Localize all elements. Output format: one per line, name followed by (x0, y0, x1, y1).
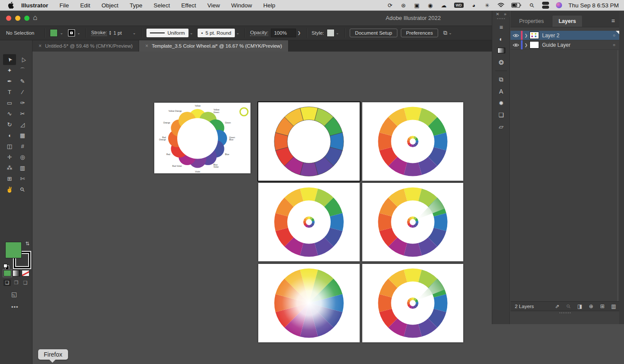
close-window-button[interactable] (6, 16, 11, 21)
creative-cloud-icon[interactable]: ◕ (471, 2, 477, 9)
arrange-documents-icon[interactable]: ⧉ (443, 29, 447, 36)
battery-icon[interactable] (511, 3, 522, 8)
pen-tool[interactable]: ✒ (3, 76, 16, 87)
chevron-down-icon[interactable]: ⌄ (58, 31, 65, 35)
artboard-tool[interactable]: ⊞ (3, 173, 16, 184)
expand-layer-icon[interactable]: ❯ (523, 43, 530, 47)
stroke-swatch[interactable] (68, 29, 75, 36)
paintbrush-tool[interactable]: ✑ (16, 98, 29, 108)
chevron-down-icon[interactable]: ⌄ (335, 31, 341, 35)
minimize-window-button[interactable] (15, 16, 20, 21)
wifi-icon[interactable] (497, 3, 504, 8)
chevron-down-icon[interactable]: ⌄ (76, 31, 82, 35)
expand-layer-icon[interactable]: ❯ (523, 33, 530, 38)
menu-help[interactable]: Help (257, 2, 281, 9)
document-tab-1[interactable]: ×Untitled-5* @ 59.48 % (CMYK/Preview) (32, 40, 139, 52)
properties-panel-icon[interactable]: ≡ (492, 21, 510, 33)
display-icon[interactable]: ▣ (414, 2, 420, 9)
width-profile-dropdown[interactable]: Uniform (146, 29, 188, 37)
lock-icon[interactable]: ⊛ (400, 2, 407, 9)
none-button[interactable] (22, 270, 29, 276)
chevron-down-icon[interactable]: ⌄ (447, 31, 453, 35)
menu-illustrator[interactable]: Illustrator (16, 2, 54, 9)
type-tool[interactable]: T (3, 87, 16, 98)
menu-window[interactable]: Window (225, 2, 257, 9)
graphic-styles-panel-icon[interactable]: ❏ (492, 109, 510, 120)
preferences-button[interactable]: Preferences (401, 29, 438, 37)
artboard-2[interactable] (258, 102, 360, 181)
direct-selection-tool[interactable]: ▷ (16, 54, 29, 65)
symbol-sprayer-tool[interactable]: ⁂ (3, 162, 16, 173)
color-panel-icon[interactable]: ◐ (492, 33, 510, 45)
siri-icon[interactable] (556, 2, 562, 8)
draw-normal-icon[interactable]: ❏ (3, 280, 11, 286)
artboard-1[interactable]: YellowYellowGreenGreenGreenBlueBlueBlueV… (154, 103, 250, 173)
panel-menu-icon[interactable]: ≡ (611, 17, 615, 24)
fill-color-control[interactable]: ⌄ (50, 29, 65, 37)
record-icon[interactable]: ◉ (427, 2, 434, 9)
menu-view[interactable]: View (202, 2, 225, 9)
menu-object[interactable]: Object (96, 2, 124, 9)
zoom-window-button[interactable] (24, 16, 29, 21)
eyedropper-tool[interactable]: ✛ (3, 152, 16, 162)
opacity-field[interactable]: 100% (271, 29, 296, 37)
stroke-color-control[interactable]: ⌄ (68, 29, 82, 36)
menu-file[interactable]: File (54, 2, 75, 9)
lasso-tool[interactable]: ⌒ (16, 65, 29, 76)
panel-tab-properties[interactable]: Properties (513, 16, 550, 27)
panel-resize-grip[interactable] (510, 311, 619, 315)
chevron-down-icon[interactable]: ⌄ (131, 31, 137, 35)
free-transform-tool[interactable]: ▦ (16, 130, 29, 141)
menu-edit[interactable]: Edit (75, 2, 96, 9)
fill-stroke-indicator[interactable]: ⇄ (4, 240, 29, 269)
gradient-button[interactable] (13, 270, 20, 276)
gradient-panel-icon[interactable] (492, 45, 510, 56)
settings-burst-icon[interactable]: ✳ (484, 2, 491, 9)
spotlight-icon[interactable]: ⚲ (527, 0, 536, 10)
rectangle-tool[interactable]: ▭ (3, 98, 16, 108)
menu-type[interactable]: Type (124, 2, 148, 9)
zoom-tool[interactable]: ⚲ (16, 184, 29, 195)
control-center-icon[interactable] (542, 2, 549, 9)
wd-drive-icon[interactable]: WD (454, 3, 464, 8)
scale-tool[interactable]: ◿ (16, 119, 29, 130)
draw-inside-icon[interactable]: ❑ (22, 280, 29, 286)
fill-indicator[interactable] (5, 242, 22, 258)
document-setup-button[interactable]: Document Setup (350, 29, 397, 37)
layer-row-2[interactable]: ❯Guide Layer○ (510, 40, 619, 50)
layer-thumbnail[interactable] (530, 41, 539, 49)
character-panel-icon[interactable]: A (492, 85, 510, 97)
new-layer-icon[interactable]: ⊞ (597, 303, 608, 309)
decor-ring[interactable] (240, 108, 248, 116)
layer-target-icon[interactable]: ○ (609, 42, 619, 47)
color-button[interactable] (3, 270, 11, 276)
rotate-tool[interactable]: ↻ (3, 119, 16, 130)
mesh-tool[interactable]: # (16, 141, 29, 152)
pencil-tool[interactable]: ∿ (3, 108, 16, 119)
swap-fill-stroke-icon[interactable]: ⇄ (25, 241, 30, 245)
make-clipping-mask-icon[interactable]: ◨ (574, 303, 585, 309)
style-swatch[interactable] (327, 29, 335, 37)
chevron-down-icon[interactable]: ⌄ (188, 31, 195, 35)
panel-scrollbar[interactable] (617, 50, 618, 310)
width-tool[interactable]: ◖ (3, 130, 16, 141)
blend-tool[interactable]: ◎ (16, 152, 29, 162)
fill-swatch[interactable] (50, 29, 58, 37)
layer-thumbnail[interactable] (530, 32, 539, 39)
drag-handle[interactable] (497, 18, 505, 20)
close-panel-icon[interactable]: ✕ (496, 12, 499, 16)
curvature-tool[interactable]: ✎ (16, 76, 29, 87)
swatches-panel-icon[interactable]: ❂ (492, 56, 510, 68)
default-fill-stroke-icon[interactable] (3, 264, 9, 269)
scissors-tool[interactable]: ✂ (16, 108, 29, 119)
opacity-more-button[interactable]: ❯ (296, 31, 302, 35)
delete-selection-icon[interactable]: ▥ (608, 303, 619, 309)
pointer-loop-icon[interactable]: ⟳ (387, 2, 393, 9)
brushes-panel-icon[interactable]: ✹ (492, 97, 510, 109)
artboard-4[interactable] (258, 183, 360, 261)
draw-behind-icon[interactable]: ❐ (13, 280, 20, 286)
change-screen-mode-icon[interactable]: ◱ (11, 291, 17, 298)
hand-tool[interactable]: ✌ (3, 184, 16, 195)
apple-menu-icon[interactable] (8, 2, 14, 9)
visibility-eye-icon[interactable] (510, 33, 521, 38)
